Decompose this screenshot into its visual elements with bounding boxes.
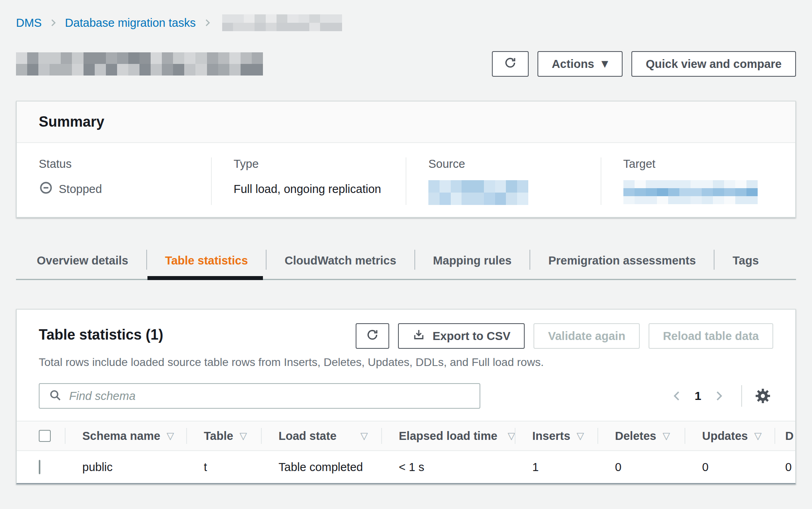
schema-search-box: [39, 383, 480, 409]
sort-icon[interactable]: ▽: [754, 430, 761, 441]
sort-icon[interactable]: ▽: [577, 430, 584, 441]
target-label: Target: [623, 157, 774, 171]
quick-view-label: Quick view and compare: [646, 58, 782, 71]
table-statistics-table: Schema name▽ Table▽ Load state▽ Elapsed …: [17, 421, 795, 483]
reload-label: Reload table data: [663, 330, 759, 343]
sort-icon[interactable]: ▽: [508, 430, 515, 441]
summary-title: Summary: [39, 113, 104, 130]
cell-ddls-clipped: 0: [775, 461, 795, 474]
table-statistics-description: Total rows include loaded source table r…: [39, 356, 773, 369]
tab-tags[interactable]: Tags: [714, 243, 777, 279]
validate-label: Validate again: [548, 330, 625, 343]
reload-table-data-button[interactable]: Reload table data: [649, 323, 773, 349]
breadcrumb-link-tasks[interactable]: Database migration tasks: [65, 16, 195, 30]
search-icon: [48, 388, 62, 404]
sort-icon[interactable]: ▽: [663, 430, 670, 441]
task-detail-tabs: Overview details Table statistics CloudW…: [16, 243, 796, 280]
cell-deletes: 0: [598, 461, 685, 474]
refresh-icon: [504, 56, 517, 72]
source-endpoint-link-redacted[interactable]: [428, 180, 528, 205]
page-header: Actions ▼ Quick view and compare: [16, 51, 796, 77]
table-statistics-actions: Export to CSV Validate again Reload tabl…: [356, 323, 773, 349]
column-header-table[interactable]: Table▽: [187, 422, 262, 450]
tab-overview-details[interactable]: Overview details: [18, 243, 147, 279]
actions-button[interactable]: Actions ▼: [537, 51, 623, 77]
column-header-inserts[interactable]: Inserts▽: [515, 422, 598, 450]
column-header-updates[interactable]: Updates▽: [685, 422, 775, 450]
status-label: Status: [39, 157, 189, 171]
type-value: Full load, ongoing replication: [234, 180, 384, 198]
current-page-number[interactable]: 1: [695, 389, 701, 403]
table-statistics-title: Table statistics (1): [39, 323, 163, 343]
summary-type-column: Type Full load, ongoing replication: [211, 157, 406, 205]
target-endpoint-link-redacted[interactable]: [623, 180, 758, 204]
refresh-button[interactable]: [492, 51, 529, 77]
breadcrumb-chevron-icon: [202, 18, 213, 28]
download-icon: [412, 328, 425, 344]
cell-table: t: [187, 461, 262, 474]
table-preferences-gear-icon[interactable]: [752, 386, 773, 406]
status-value: Stopped: [39, 180, 189, 198]
previous-page-button[interactable]: [667, 386, 687, 406]
task-name-redacted: [16, 52, 263, 76]
cell-updates: 0: [685, 461, 775, 474]
table-statistics-panel: Table statistics (1): [16, 309, 796, 484]
header-actions: Actions ▼ Quick view and compare: [492, 51, 796, 77]
summary-target-column: Target: [601, 157, 796, 205]
pagination: 1: [667, 385, 773, 407]
cell-schema-name: public: [66, 461, 187, 474]
stopped-status-icon: [39, 181, 53, 198]
tab-mapping-rules[interactable]: Mapping rules: [415, 243, 530, 279]
cell-elapsed-load-time: < 1 s: [382, 461, 515, 474]
source-label: Source: [428, 157, 579, 171]
next-page-button[interactable]: [709, 386, 729, 406]
column-header-ddls-clipped[interactable]: D: [775, 422, 795, 450]
tab-cloudwatch-metrics[interactable]: CloudWatch metrics: [266, 243, 414, 279]
status-text: Stopped: [59, 183, 102, 196]
find-schema-input[interactable]: [68, 389, 471, 403]
summary-status-column: Status Stopped: [17, 157, 211, 205]
export-label: Export to CSV: [432, 330, 510, 343]
summary-source-column: Source: [406, 157, 601, 205]
sort-icon[interactable]: ▽: [240, 430, 247, 441]
tab-premigration-assessments[interactable]: Premigration assessments: [530, 243, 714, 279]
pager-divider: [741, 385, 742, 407]
dms-task-page: DMS Database migration tasks Actions ▼: [0, 0, 812, 484]
export-to-csv-button[interactable]: Export to CSV: [398, 323, 525, 349]
column-header-elapsed-load-time[interactable]: Elapsed load time▽: [382, 422, 515, 450]
breadcrumb-chevron-icon: [48, 18, 58, 28]
sort-icon[interactable]: ▽: [360, 430, 368, 441]
type-label: Type: [234, 157, 384, 171]
tab-table-statistics[interactable]: Table statistics: [147, 243, 266, 279]
cell-load-state: Table completed: [262, 461, 382, 474]
quick-view-compare-button[interactable]: Quick view and compare: [631, 51, 796, 77]
summary-panel: Summary Status Stopped Type Full load, o…: [16, 101, 796, 218]
table-refresh-button[interactable]: [356, 323, 389, 349]
sort-icon[interactable]: ▽: [167, 430, 174, 441]
refresh-icon: [366, 328, 379, 344]
row-checkbox[interactable]: [39, 460, 40, 474]
summary-header: Summary: [17, 101, 795, 143]
table-row: public t Table completed < 1 s 1 0 0 0: [17, 451, 795, 483]
actions-label: Actions: [552, 58, 594, 71]
validate-again-button[interactable]: Validate again: [533, 323, 639, 349]
column-header-load-state[interactable]: Load state▽: [262, 422, 382, 450]
column-header-schema-name[interactable]: Schema name▽: [66, 422, 187, 450]
breadcrumb: DMS Database migration tasks: [16, 14, 796, 32]
cell-inserts: 1: [515, 461, 598, 474]
caret-down-icon: ▼: [601, 60, 608, 68]
breadcrumb-link-dms[interactable]: DMS: [16, 16, 42, 30]
column-header-deletes[interactable]: Deletes▽: [598, 422, 685, 450]
breadcrumb-current-redacted: [222, 14, 342, 31]
summary-body: Status Stopped Type Full load, ongoing r…: [17, 143, 795, 217]
select-all-checkbox[interactable]: [39, 430, 51, 442]
table-header-row: Schema name▽ Table▽ Load state▽ Elapsed …: [17, 421, 795, 451]
